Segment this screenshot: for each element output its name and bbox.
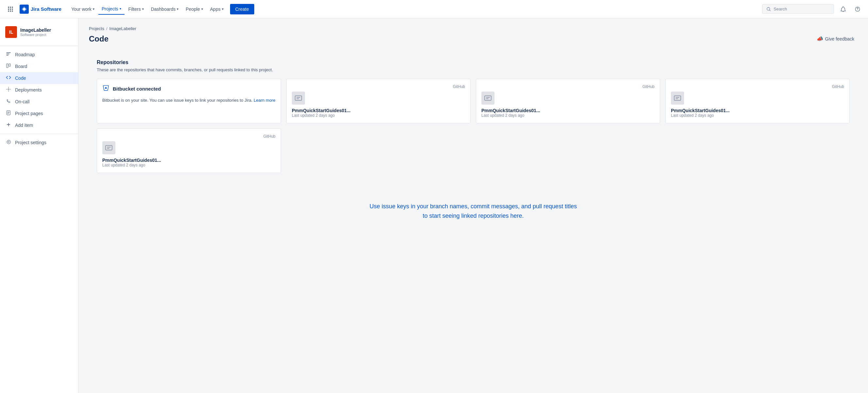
nav-projects[interactable]: Projects ▾ [98, 4, 125, 15]
bitbucket-title: Bitbucket connected [113, 86, 161, 92]
search-box[interactable]: Search [762, 4, 834, 14]
help-icon [855, 6, 861, 12]
project-avatar: IL [5, 26, 17, 38]
breadcrumb: Projects / ImageLabeller [89, 26, 858, 31]
chevron-down-icon: ▾ [120, 7, 121, 10]
repo-name: PmmQuickStartGuides01... [102, 158, 276, 163]
roadmap-icon [5, 51, 12, 58]
svg-rect-13 [6, 64, 8, 68]
repo-name: PmmQuickStartGuides01... [292, 108, 465, 113]
app-switcher-button[interactable] [5, 4, 16, 14]
sidebar-item-project-pages[interactable]: Project pages [0, 108, 78, 119]
breadcrumb-imagelabeller-link[interactable]: ImageLabeller [110, 26, 136, 31]
repo-icon [292, 92, 305, 104]
chevron-down-icon: ▾ [142, 7, 144, 11]
settings-icon [5, 139, 12, 146]
repositories-description: These are the repositories that have com… [97, 67, 850, 72]
sidebar-divider [0, 46, 78, 46]
repositories-title: Repositories [97, 60, 850, 65]
github-repo-card-2[interactable]: GitHub PmmQuickStartGuides01... Last upd… [476, 79, 660, 123]
breadcrumb-projects-link[interactable]: Projects [89, 26, 104, 31]
repo-source-label: GitHub [292, 84, 465, 89]
notifications-button[interactable] [838, 4, 848, 14]
svg-rect-19 [674, 96, 681, 100]
project-name: ImageLabeller [20, 27, 51, 33]
repo-updated: Last updated 2 days ago [482, 113, 655, 118]
nav-dashboards[interactable]: Dashboards ▾ [148, 4, 182, 14]
page-title: Code [89, 34, 108, 43]
repositories-section: Repositories These are the repositories … [89, 52, 858, 181]
github-repo-card-1[interactable]: GitHub PmmQuickStartGuides01... Last upd… [286, 79, 471, 123]
sidebar: IL ImageLabeller Software project Roadma… [0, 18, 79, 393]
svg-rect-7 [10, 10, 11, 11]
code-icon [5, 75, 12, 82]
svg-rect-14 [9, 64, 10, 66]
repo-icon [482, 92, 494, 104]
search-icon [766, 7, 771, 11]
sidebar-item-code[interactable]: Code [0, 72, 78, 84]
svg-point-12 [857, 10, 858, 10]
sidebar-item-add-item[interactable]: Add item [0, 119, 78, 131]
repo-source-label: GitHub [482, 84, 655, 89]
page-header: Code 📣 Give feedback [89, 34, 858, 44]
repo-icon [102, 141, 115, 154]
project-info: ImageLabeller Software project [20, 27, 51, 37]
board-icon [5, 63, 12, 70]
svg-rect-1 [10, 6, 11, 7]
sidebar-item-deployments[interactable]: Deployments [0, 84, 78, 96]
repo-updated: Last updated 2 days ago [102, 163, 276, 168]
repo-card-body [292, 92, 465, 104]
repo-name: PmmQuickStartGuides01... [671, 108, 844, 113]
sidebar-divider-2 [0, 134, 78, 134]
bitbucket-learn-more-link[interactable]: Learn more [254, 98, 275, 103]
top-navigation: Jira Software Your work ▾ Projects ▾ Fil… [0, 0, 868, 18]
svg-rect-6 [8, 10, 9, 11]
sidebar-item-board[interactable]: Board [0, 60, 78, 72]
bell-icon [840, 6, 846, 12]
breadcrumb-separator: / [106, 26, 107, 31]
sidebar-item-roadmap[interactable]: Roadmap [0, 49, 78, 60]
main-layout: IL ImageLabeller Software project Roadma… [0, 18, 868, 393]
repo-card-body [102, 141, 276, 154]
nav-people[interactable]: People ▾ [182, 4, 206, 14]
help-button[interactable] [852, 4, 863, 14]
github-repo-card-4[interactable]: GitHub PmmQuickStartGuides01... Last upd… [97, 128, 281, 173]
nav-filters[interactable]: Filters ▾ [125, 4, 147, 14]
project-header: IL ImageLabeller Software project [0, 24, 78, 43]
jira-logo[interactable]: Jira Software [20, 5, 61, 14]
nav-your-work[interactable]: Your work ▾ [68, 4, 98, 14]
repo-card-body [671, 92, 844, 104]
topnav-right: Search [762, 4, 863, 14]
pages-icon [5, 110, 12, 117]
deployments-icon [5, 87, 12, 93]
chevron-down-icon: ▾ [201, 7, 203, 11]
chevron-down-icon: ▾ [93, 7, 94, 11]
repo-updated: Last updated 2 days ago [292, 113, 465, 118]
svg-rect-4 [10, 8, 11, 9]
sidebar-item-oncall[interactable]: On-call [0, 96, 78, 108]
svg-point-15 [8, 89, 9, 90]
svg-rect-5 [12, 8, 13, 9]
nav-apps[interactable]: Apps ▾ [207, 4, 227, 14]
search-placeholder: Search [774, 6, 787, 11]
oncall-icon [5, 98, 12, 105]
give-feedback-button[interactable]: 📣 Give feedback [813, 34, 858, 44]
bitbucket-description: Bitbucket is on your site. You can use i… [102, 97, 276, 104]
create-button[interactable]: Create [230, 4, 254, 14]
svg-rect-18 [485, 96, 491, 100]
svg-rect-17 [295, 96, 302, 100]
chevron-down-icon: ▾ [222, 7, 223, 11]
svg-rect-3 [8, 8, 9, 9]
nav-items: Your work ▾ Projects ▾ Filters ▾ Dashboa… [68, 4, 760, 15]
repositories-grid-row1: Bitbucket connected Bitbucket is on your… [97, 79, 850, 123]
cta-section: Use issue keys in your branch names, com… [89, 189, 858, 234]
svg-rect-20 [105, 146, 112, 150]
repo-source-label: GitHub [102, 134, 276, 139]
logo-text: Jira Software [31, 6, 61, 12]
repo-name: PmmQuickStartGuides01... [482, 108, 655, 113]
bitbucket-card[interactable]: Bitbucket connected Bitbucket is on your… [97, 79, 281, 123]
project-type: Software project [20, 33, 51, 37]
github-repo-card-3[interactable]: GitHub PmmQuickStartGuides01... Last upd… [665, 79, 850, 123]
megaphone-icon: 📣 [817, 36, 823, 42]
sidebar-item-project-settings[interactable]: Project settings [0, 137, 78, 148]
